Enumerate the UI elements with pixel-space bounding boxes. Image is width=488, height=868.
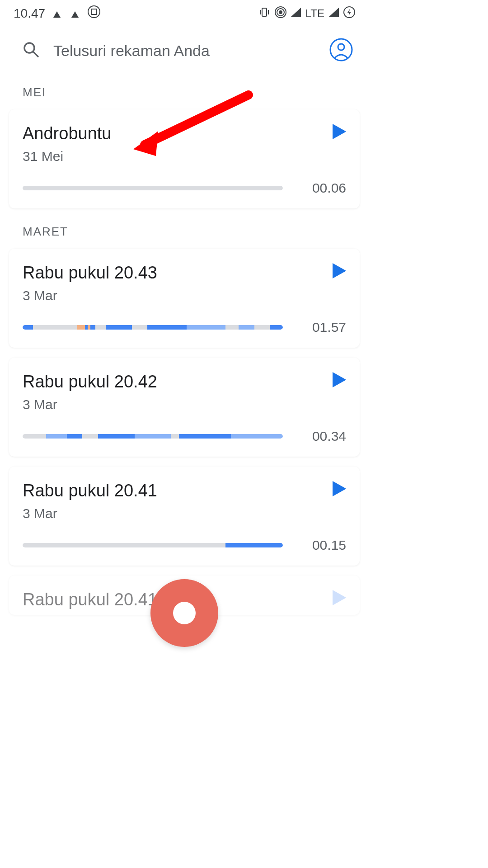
- signal-icon: [291, 8, 301, 19]
- recording-date: 3 Mar: [23, 397, 157, 412]
- screenshot-icon: [88, 5, 100, 21]
- recording-title: Rabu pukul 20.43: [23, 263, 157, 283]
- svg-line-10: [33, 52, 38, 57]
- play-icon[interactable]: [333, 124, 346, 139]
- svg-rect-2: [262, 8, 267, 16]
- recording-date: 3 Mar: [23, 288, 157, 303]
- svg-point-12: [338, 44, 344, 50]
- status-time: 10.47: [14, 6, 45, 21]
- recording-card[interactable]: Androbuntu 31 Mei 00.06: [9, 109, 360, 208]
- waveform: [23, 325, 283, 330]
- recording-duration: 00.06: [305, 180, 346, 196]
- status-left: 10.47: [14, 5, 100, 21]
- search-bar[interactable]: Telusuri rekaman Anda: [0, 27, 369, 79]
- recording-card[interactable]: Rabu pukul 20.41 3 Mar 00.15: [9, 467, 360, 566]
- search-input[interactable]: Telusuri rekaman Anda: [53, 42, 316, 60]
- play-icon[interactable]: [333, 263, 346, 278]
- section-header-maret: MARET: [0, 218, 369, 245]
- waveform: [23, 186, 283, 190]
- mountain-icon: [70, 6, 81, 21]
- network-label: LTE: [305, 7, 324, 20]
- recording-title: Androbuntu: [23, 124, 112, 143]
- signal-icon: [329, 8, 339, 19]
- section-header-mei: MEI: [0, 79, 369, 106]
- status-bar: 10.47 LTE: [0, 0, 369, 27]
- search-icon[interactable]: [23, 41, 40, 60]
- status-right: LTE: [258, 6, 355, 21]
- recording-title: Rabu pukul 20.41: [23, 590, 157, 609]
- recording-duration: 00.15: [305, 538, 346, 553]
- recording-title: Rabu pukul 20.41: [23, 481, 157, 500]
- svg-point-9: [24, 43, 34, 53]
- hotspot-icon: [275, 6, 286, 21]
- waveform: [23, 434, 283, 439]
- recording-card[interactable]: Rabu pukul 20.42 3 Mar 00.34: [9, 358, 360, 457]
- record-inner-icon: [173, 602, 196, 624]
- play-icon[interactable]: [333, 481, 346, 496]
- vibrate-icon: [258, 7, 270, 20]
- recording-date: 31 Mei: [23, 149, 112, 164]
- recording-card[interactable]: Rabu pukul 20.43 3 Mar 01.57: [9, 249, 360, 348]
- svg-rect-1: [91, 9, 97, 14]
- record-button[interactable]: [150, 579, 218, 647]
- waveform: [23, 543, 283, 547]
- svg-point-0: [88, 6, 100, 18]
- account-icon[interactable]: [329, 38, 353, 63]
- play-icon[interactable]: [333, 590, 346, 605]
- mountain-icon: [52, 6, 63, 21]
- recording-duration: 01.57: [305, 320, 346, 335]
- recording-title: Rabu pukul 20.42: [23, 372, 157, 392]
- recording-duration: 00.34: [305, 429, 346, 444]
- play-icon[interactable]: [333, 372, 346, 387]
- svg-point-5: [279, 10, 282, 14]
- recording-date: 3 Mar: [23, 506, 157, 521]
- battery-saver-icon: [343, 6, 355, 21]
